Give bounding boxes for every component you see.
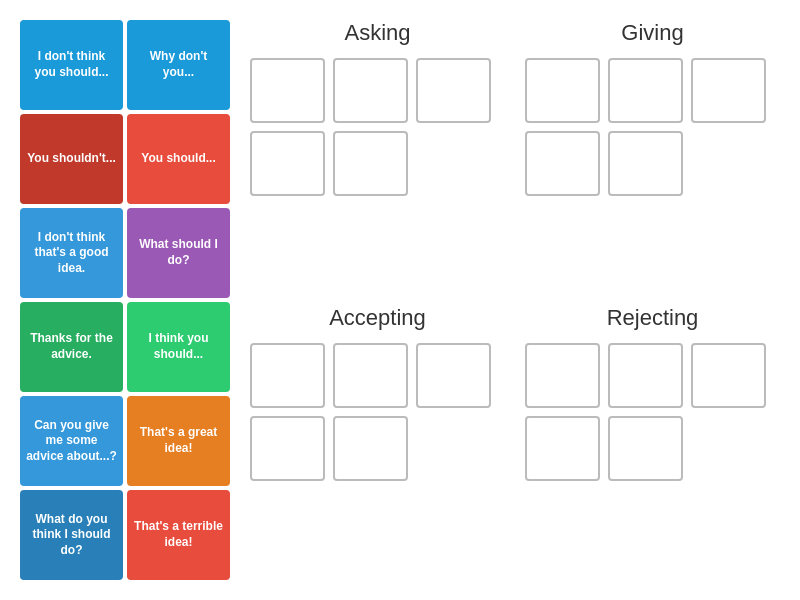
drop-cell[interactable] xyxy=(525,343,600,408)
giving-title: Giving xyxy=(525,20,780,46)
asking-section: Asking xyxy=(250,20,505,295)
drop-cell[interactable] xyxy=(250,58,325,123)
draggable-card[interactable]: What do you think I should do? xyxy=(20,490,123,580)
draggable-card[interactable]: That's a terrible idea! xyxy=(127,490,230,580)
draggable-card[interactable]: You shouldn't... xyxy=(20,114,123,204)
drop-cell[interactable] xyxy=(608,416,683,481)
giving-row-1 xyxy=(525,58,780,123)
draggable-card[interactable]: I don't think you should... xyxy=(20,20,123,110)
rejecting-row-2 xyxy=(525,416,780,481)
drop-cell[interactable] xyxy=(525,416,600,481)
accepting-section: Accepting xyxy=(250,305,505,580)
drop-cell[interactable] xyxy=(608,131,683,196)
drop-cell[interactable] xyxy=(691,58,766,123)
draggable-card[interactable]: Why don't you... xyxy=(127,20,230,110)
giving-section: Giving xyxy=(525,20,780,295)
drop-cell[interactable] xyxy=(525,58,600,123)
asking-title: Asking xyxy=(250,20,505,46)
bottom-sections: Accepting Rejecting xyxy=(250,305,780,580)
drop-cell[interactable] xyxy=(250,131,325,196)
drop-cell[interactable] xyxy=(608,58,683,123)
draggable-card[interactable]: You should... xyxy=(127,114,230,204)
accepting-row-1 xyxy=(250,343,505,408)
drop-cell[interactable] xyxy=(333,416,408,481)
asking-row-2 xyxy=(250,131,505,196)
drop-panel: Asking Giving xyxy=(240,20,780,580)
draggable-card[interactable]: I don't think that's a good idea. xyxy=(20,208,123,298)
drop-cell[interactable] xyxy=(525,131,600,196)
drop-cell[interactable] xyxy=(333,131,408,196)
rejecting-row-1 xyxy=(525,343,780,408)
accepting-row-2 xyxy=(250,416,505,481)
rejecting-section: Rejecting xyxy=(525,305,780,580)
draggable-card[interactable]: Thanks for the advice. xyxy=(20,302,123,392)
draggable-card[interactable]: What should I do? xyxy=(127,208,230,298)
drop-cell[interactable] xyxy=(250,343,325,408)
drop-cell[interactable] xyxy=(416,343,491,408)
draggable-card[interactable]: That's a great idea! xyxy=(127,396,230,486)
drop-cell[interactable] xyxy=(691,343,766,408)
drop-cell[interactable] xyxy=(608,343,683,408)
top-sections: Asking Giving xyxy=(250,20,780,295)
drop-cell[interactable] xyxy=(333,58,408,123)
drop-cell[interactable] xyxy=(416,58,491,123)
drop-cell[interactable] xyxy=(333,343,408,408)
main-container: I don't think you should...Why don't you… xyxy=(0,0,800,600)
drop-cell[interactable] xyxy=(250,416,325,481)
draggable-card[interactable]: Can you give me some advice about...? xyxy=(20,396,123,486)
rejecting-title: Rejecting xyxy=(525,305,780,331)
draggable-card[interactable]: I think you should... xyxy=(127,302,230,392)
cards-panel: I don't think you should...Why don't you… xyxy=(20,20,230,580)
accepting-title: Accepting xyxy=(250,305,505,331)
giving-row-2 xyxy=(525,131,780,196)
asking-row-1 xyxy=(250,58,505,123)
